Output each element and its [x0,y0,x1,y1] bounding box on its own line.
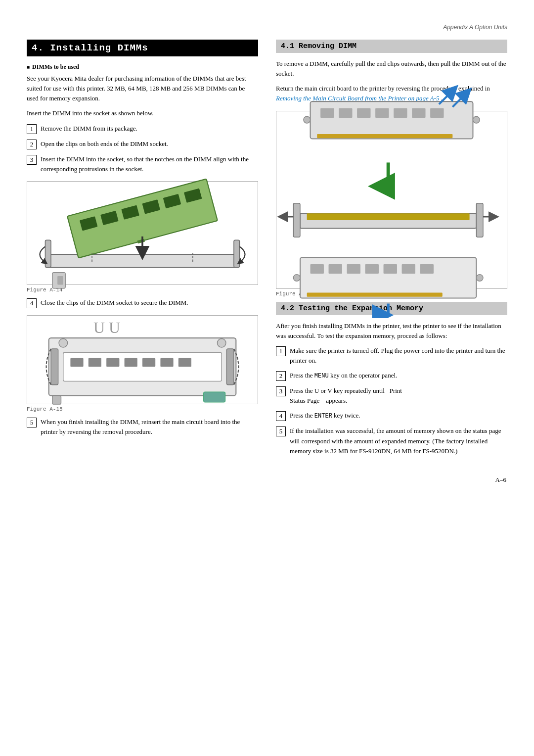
svg-rect-55 [347,264,360,274]
right-step-5-text: If the installation was successful, the … [290,426,507,456]
svg-rect-59 [420,264,434,274]
right-step-3-text: Press the U or V key repeatedly until Pr… [290,386,402,406]
right-step-4-text: Press the ENTER key twice. [290,411,360,421]
step-2-text: Open the clips on both ends of the DIMM … [41,139,168,149]
svg-rect-20 [106,358,119,367]
intro-text: See your Kyocera Mita dealer for purchas… [27,74,258,103]
subsec41-text1: To remove a DIMM, carefully pull the end… [276,59,507,79]
main-section-title: 4. Installing DIMMs [27,40,258,56]
svg-rect-31 [204,392,225,402]
right-step-2: 2 Press the MENU key on the operator pan… [276,371,507,381]
svg-rect-37 [394,108,407,118]
right-step-4: 4 Press the ENTER key twice. [276,411,507,421]
figure-a15-svg: U U [27,298,258,421]
enter-key: ENTER [314,413,332,420]
svg-rect-36 [375,108,389,118]
right-step-3: 3 Press the U or V key repeatedly until … [276,386,507,406]
svg-rect-56 [365,264,379,274]
svg-rect-18 [70,358,83,367]
svg-rect-17 [63,352,222,381]
svg-rect-34 [339,108,352,118]
right-step-1: 1 Make sure the printer is turned off. P… [276,346,507,366]
svg-rect-13 [57,276,63,284]
svg-point-62 [476,274,483,281]
menu-key: MENU [314,373,329,379]
svg-rect-32 [311,101,473,139]
page-header: Appendix A Option Units [27,24,507,31]
svg-rect-52 [300,257,476,298]
svg-rect-47 [307,213,470,220]
svg-rect-23 [160,358,173,367]
left-column: 4. Installing DIMMs DIMMs to be used See… [27,40,258,461]
svg-rect-19 [89,358,101,367]
svg-point-41 [304,116,311,123]
svg-rect-60 [307,292,443,296]
right-step-5: 5 If the installation was successful, th… [276,426,507,456]
svg-rect-22 [142,358,155,367]
step-1-num: 1 [27,124,37,134]
insert-text: Insert the DIMM into the socket as shown… [27,108,258,118]
subsec42-text1: After you finish installing DIMMs in the… [276,321,507,341]
svg-rect-25 [51,349,58,385]
svg-rect-39 [430,108,444,118]
svg-rect-30 [52,396,61,404]
svg-text:U  U: U U [93,319,120,336]
right-step-1-text: Make sure the printer is turned off. Plu… [290,346,507,366]
page-footer: A–6 [27,476,507,484]
svg-rect-54 [329,264,342,274]
svg-rect-33 [320,108,334,118]
step-1: 1 Remove the DIMM from its package. [27,124,258,134]
main-content: 4. Installing DIMMs DIMMs to be used See… [27,40,507,461]
page-number: A–6 [495,476,506,483]
right-step-1-num: 1 [276,346,286,356]
svg-rect-35 [357,108,370,118]
svg-rect-26 [226,349,234,385]
svg-rect-58 [402,264,415,274]
svg-rect-0 [49,255,236,268]
svg-rect-53 [311,264,324,274]
svg-rect-49 [476,203,483,237]
right-column: 4.1 Removing DIMM To remove a DIMM, care… [276,40,507,461]
svg-rect-40 [317,134,452,138]
svg-rect-24 [178,358,191,367]
svg-point-28 [217,339,225,347]
right-step-4-num: 4 [276,411,286,421]
figure-a16-svg [276,81,507,319]
right-step-2-num: 2 [276,371,286,381]
svg-rect-2 [234,240,240,267]
figure-a14-svg [27,161,258,305]
svg-rect-38 [412,108,425,118]
header-text: Appendix A Option Units [443,24,507,31]
svg-point-42 [473,116,480,123]
subsec41-title: 4.1 Removing DIMM [276,40,507,53]
step-2-num: 2 [27,140,37,149]
dimms-label: DIMMs to be used [27,63,258,71]
svg-rect-57 [384,264,397,274]
svg-rect-21 [125,358,137,367]
right-step-5-num: 5 [276,426,286,436]
right-step-2-text: Press the MENU key on the operator panel… [290,371,397,381]
step-2: 2 Open the clips on both ends of the DIM… [27,139,258,149]
svg-rect-48 [293,203,300,237]
svg-rect-1 [45,240,51,267]
svg-point-61 [293,274,300,281]
step-1-text: Remove the DIMM from its package. [41,124,137,134]
svg-point-27 [59,339,67,347]
figure-a14-container [27,181,258,285]
figure-a16-container [276,111,507,289]
right-step-3-num: 3 [276,386,286,396]
page: Appendix A Option Units 4. Installing DI… [0,0,534,756]
figure-a15-container: U U [27,315,258,404]
